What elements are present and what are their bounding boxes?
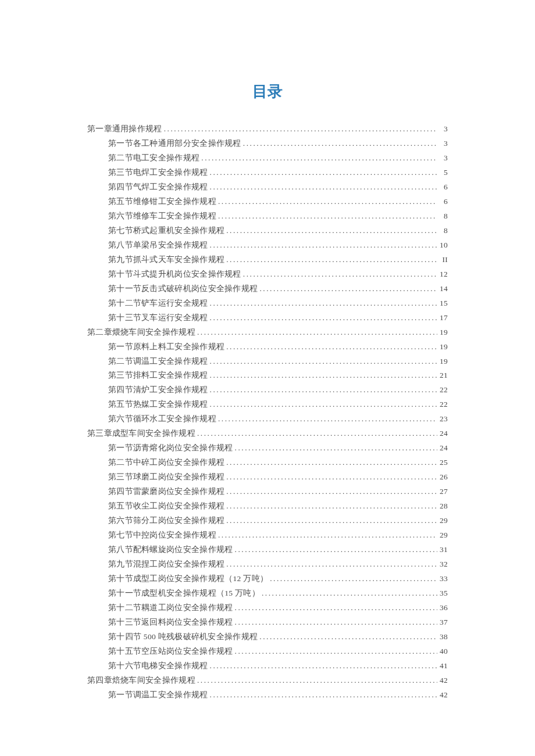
toc-entry[interactable]: 第一节沥青熔化岗位安全操作规程24 — [87, 441, 448, 456]
toc-leader-dots — [195, 673, 437, 688]
toc-entry[interactable]: 第八节单梁吊安全操作规程10 — [87, 238, 448, 253]
toc-leader-dots — [260, 586, 437, 601]
toc-leader-dots — [233, 601, 438, 615]
toc-entry[interactable]: 第十三节叉车运行安全规程17 — [87, 311, 448, 325]
toc-entry-page: 42 — [437, 688, 448, 703]
toc-entry-text: 第一节沥青熔化岗位安全操作规程 — [108, 441, 233, 456]
toc-leader-dots — [199, 151, 437, 166]
toc-entry[interactable]: 第十五节空压站岗位安全操作规程40 — [87, 644, 448, 659]
toc-entry-page: 26 — [437, 470, 448, 485]
toc-leader-dots — [195, 325, 437, 340]
toc-entry[interactable]: 第四节清炉工安全操作规程22 — [87, 383, 448, 397]
toc-entry[interactable]: 第十节斗式提升机岗位安全操作规程12 — [87, 267, 448, 282]
toc-leader-dots — [224, 499, 437, 514]
toc-entry[interactable]: 第三节球磨工岗位安全操作规程26 — [87, 470, 448, 485]
toc-entry[interactable]: 第六节筛分工岗位安全操作规程29 — [87, 514, 448, 528]
toc-entry-text: 第五节热媒工安全操作规程 — [108, 397, 208, 412]
toc-entry[interactable]: 第二节电工安全操作规程3 — [87, 151, 448, 166]
toc-entry-text: 第一节原料上料工安全操作规程 — [108, 340, 224, 354]
toc-entry[interactable]: 第十二节铲车运行安全规程15 — [87, 296, 448, 311]
toc-entry-text: 第七节中控岗位安全操作规程 — [108, 528, 216, 543]
toc-entry-page: 42 — [437, 673, 448, 688]
toc-entry-page: 27 — [437, 485, 448, 499]
toc-entry-text: 第十节成型工岗位安全操作规程（12 万吨） — [108, 572, 268, 586]
toc-entry-page: 3 — [437, 137, 448, 151]
toc-entry[interactable]: 第十六节电梯安全操作规程41 — [87, 659, 448, 673]
toc-entry-page: 40 — [437, 644, 448, 659]
toc-entry-page: 10 — [437, 238, 448, 253]
toc-entry-text: 第三章成型车间安全操作规程 — [87, 427, 195, 441]
toc-entry-text: 第十三节返回料岗位安全操作规程 — [108, 615, 233, 630]
toc-entry[interactable]: 第二章煨烧车间安全操作规程19 — [87, 325, 448, 340]
toc-leader-dots — [208, 311, 437, 325]
toc-entry-text: 第六节循环水工安全操作规程 — [108, 412, 216, 427]
toc-entry[interactable]: 第二节中碎工岗位安全操作规程25 — [87, 456, 448, 470]
toc-entry-page: 36 — [437, 601, 448, 615]
toc-entry-text: 第十一节反击式破碎机岗位安全操作规程 — [108, 282, 258, 296]
toc-entry[interactable]: 第一章通用操作规程3 — [87, 122, 448, 137]
toc-leader-dots — [208, 180, 437, 195]
toc-leader-dots — [224, 485, 437, 499]
toc-entry-page: 5 — [437, 166, 448, 180]
toc-leader-dots — [208, 397, 437, 412]
toc-entry[interactable]: 第十一节反击式破碎机岗位安全操作规程14 — [87, 282, 448, 296]
toc-leader-dots — [195, 427, 437, 441]
toc-entry[interactable]: 第十四节 500 吨残极破碎机安全操作规程38 — [87, 630, 448, 644]
toc-entry[interactable]: 第四节气焊工安全操作规程6 — [87, 180, 448, 195]
toc-entry-text: 第五节收尘工岗位安全操作规程 — [108, 499, 224, 514]
toc-entry[interactable]: 第十二节耦道工岗位安全操作规程36 — [87, 601, 448, 615]
toc-entry[interactable]: 第八节配料螺旋岗位安全操作规程31 — [87, 543, 448, 557]
toc-entry[interactable]: 第三节排料工安全操作规程21 — [87, 368, 448, 383]
toc-entry[interactable]: 第三节电焊工安全操作规程5 — [87, 166, 448, 180]
toc-entry-text: 第四节气焊工安全操作规程 — [108, 180, 208, 195]
toc-entry-page: 6 — [437, 180, 448, 195]
toc-entry-page: 24 — [437, 427, 448, 441]
toc-entry-page: 25 — [437, 456, 448, 470]
toc-leader-dots — [258, 282, 437, 296]
toc-entry[interactable]: 第十节成型工岗位安全操作规程（12 万吨）33 — [87, 572, 448, 586]
toc-entry[interactable]: 第一节原料上料工安全操作规程19 — [87, 340, 448, 354]
toc-entry[interactable]: 第六节维修车工安全操作规程8 — [87, 209, 448, 224]
toc-leader-dots — [216, 528, 437, 543]
toc-entry-text: 第二节中碎工岗位安全操作规程 — [108, 456, 224, 470]
toc-entry[interactable]: 第一节各工种通用部分安全操作规程3 — [87, 137, 448, 151]
toc-entry-text: 第十二节铲车运行安全规程 — [108, 296, 208, 311]
toc-entry[interactable]: 第五节收尘工岗位安全操作规程28 — [87, 499, 448, 514]
toc-leader-dots — [224, 470, 437, 485]
toc-entry[interactable]: 第六节循环水工安全操作规程23 — [87, 412, 448, 427]
toc-entry[interactable]: 第一节调温工安全操作规程42 — [87, 688, 448, 703]
toc-entry[interactable]: 第五节热媒工安全操作规程22 — [87, 397, 448, 412]
toc-entry-text: 第一节调温工安全操作规程 — [108, 688, 208, 703]
toc-entry-text: 第四章焙烧车间安全操作规程 — [87, 673, 195, 688]
toc-entry[interactable]: 第三章成型车间安全操作规程24 — [87, 427, 448, 441]
toc-leader-dots — [216, 412, 437, 427]
toc-entry-text: 第三节排料工安全操作规程 — [108, 368, 208, 383]
toc-entry-page: 37 — [437, 615, 448, 630]
toc-entry[interactable]: 第九节抓斗式天车安全操作规程II — [87, 253, 448, 267]
toc-leader-dots — [208, 296, 437, 311]
toc-entry[interactable]: 第五节维修钳工安全操作规程6 — [87, 195, 448, 209]
toc-entry[interactable]: 第四章焙烧车间安全操作规程42 — [87, 673, 448, 688]
toc-entry[interactable]: 第九节混捏工岗位安全操作规程32 — [87, 557, 448, 572]
toc-container: 第一章通用操作规程3第一节各工种通用部分安全操作规程3第二节电工安全操作规程3第… — [87, 122, 448, 703]
toc-entry-text: 第六节维修车工安全操作规程 — [108, 209, 216, 224]
toc-entry[interactable]: 第七节中控岗位安全操作规程29 — [87, 528, 448, 543]
toc-leader-dots — [224, 456, 437, 470]
toc-entry-page: 8 — [437, 224, 448, 238]
toc-entry-page: 24 — [437, 441, 448, 456]
toc-entry[interactable]: 第七节桥式起重机安全操作规程8 — [87, 224, 448, 238]
toc-entry[interactable]: 第十三节返回料岗位安全操作规程37 — [87, 615, 448, 630]
toc-entry-text: 第三节电焊工安全操作规程 — [108, 166, 208, 180]
toc-leader-dots — [258, 630, 437, 644]
toc-entry-page: 21 — [437, 368, 448, 383]
toc-entry-page: 22 — [437, 383, 448, 397]
toc-entry-page: 3 — [437, 122, 448, 137]
toc-entry-page: 23 — [437, 412, 448, 427]
toc-entry[interactable]: 第十一节成型机安全操作规程（15 万吨）35 — [87, 586, 448, 601]
toc-leader-dots — [208, 368, 437, 383]
toc-entry[interactable]: 第四节雷蒙磨岗位安全操作规程27 — [87, 485, 448, 499]
toc-entry-text: 第二节调温工安全操作规程 — [108, 354, 208, 369]
toc-entry[interactable]: 第二节调温工安全操作规程19 — [87, 354, 448, 369]
toc-entry-text: 第一节各工种通用部分安全操作规程 — [108, 137, 241, 151]
toc-leader-dots — [268, 572, 437, 586]
